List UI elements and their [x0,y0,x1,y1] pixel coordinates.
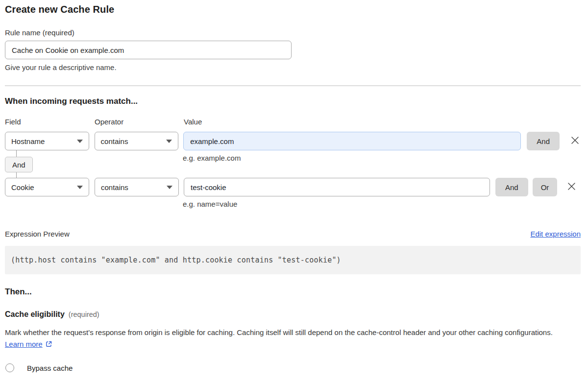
page-title: Create new Cache Rule [5,4,581,15]
rule-name-label: Rule name (required) [5,28,581,37]
expression-preview-header: Expression Preview Edit expression [5,230,581,238]
value-input-2[interactable] [184,178,490,196]
cache-description-text: Mark whether the request’s response from… [5,328,553,336]
operator-select-2-value: contains [101,183,128,192]
value-column-label: Value [184,118,202,126]
then-section-heading: Then... [5,287,581,297]
expression-preview-label: Expression Preview [5,230,70,238]
expression-preview-box: (http.host contains "example.com" and ht… [5,246,581,274]
condition-connector-area: And e.g. example.com [5,150,581,178]
cache-eligibility-description: Mark whether the request’s response from… [5,327,569,351]
required-note: (required) [69,311,99,318]
radio-label: Bypass cache [27,364,73,372]
cache-eligibility-heading: Cache eligibility [5,310,65,319]
remove-condition-button-2[interactable] [566,178,577,196]
chevron-down-icon [77,186,83,189]
add-and-condition-button-1[interactable]: And [527,132,560,150]
learn-more-link[interactable]: Learn more [5,340,43,348]
condition-row-2: Cookie contains And Or [5,178,581,196]
radio-option-bypass-cache[interactable]: Bypass cache [5,363,581,372]
chevron-down-icon [77,140,83,143]
cache-eligibility-heading-row: Cache eligibility (required) [5,310,581,319]
add-and-condition-button-2[interactable]: And [495,178,528,196]
value-hint-2: e.g. name=value [183,200,581,208]
section-divider [5,85,581,86]
field-select-1[interactable]: Hostname [5,132,89,150]
chevron-down-icon [167,186,172,189]
operator-select-2[interactable]: contains [95,178,179,196]
remove-condition-button-1[interactable] [569,132,581,150]
connector-and-button[interactable]: And [5,157,33,172]
field-column-label: Field [5,118,95,126]
match-section-heading: When incoming requests match... [5,96,581,106]
radio-unselected-icon [5,363,14,372]
field-select-2[interactable]: Cookie [5,178,89,196]
close-icon [567,182,576,192]
close-icon [570,136,580,146]
rule-name-helper: Give your rule a descriptive name. [5,63,581,72]
edit-expression-link[interactable]: Edit expression [530,230,581,238]
condition-column-labels: Field Operator Value [5,118,581,126]
field-select-1-value: Hostname [11,137,45,145]
rule-name-input[interactable] [5,41,292,59]
operator-select-1[interactable]: contains [95,132,179,150]
chevron-down-icon [166,140,172,143]
external-link-icon [45,339,52,351]
condition-row-1: Hostname contains And [5,132,581,150]
operator-column-label: Operator [95,118,184,126]
add-or-condition-button-2[interactable]: Or [533,178,558,196]
value-input-1[interactable] [183,132,521,150]
expression-code: (http.host contains "example.com" and ht… [11,256,341,264]
value-hint-1: e.g. example.com [183,154,241,162]
field-select-2-value: Cookie [11,183,34,192]
operator-select-1-value: contains [101,137,128,145]
